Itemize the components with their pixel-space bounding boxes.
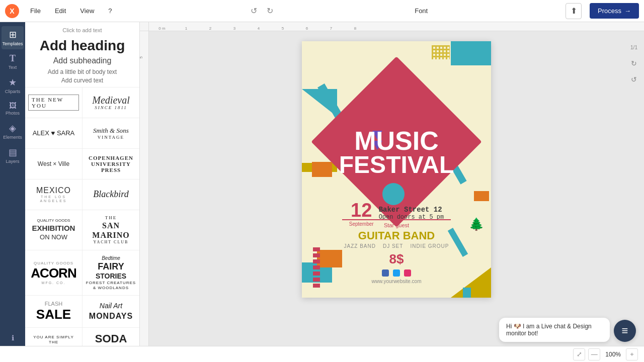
font-preview-copenhagen: COPENHAGEN UNIVERSITY PRESS bbox=[86, 155, 136, 173]
font-style-medieval[interactable]: Medieval SINCE 1811 bbox=[83, 87, 139, 118]
font-style-soda[interactable]: SODA -POP specials bbox=[83, 328, 139, 346]
font-style-copenhagen[interactable]: COPENHAGEN UNIVERSITY PRESS bbox=[83, 149, 139, 179]
templates-icon: ⊞ bbox=[9, 29, 17, 40]
font-style-acorn[interactable]: QUALITY GOODS ACORN MFG. CO. bbox=[25, 250, 82, 296]
menu-file[interactable]: File bbox=[27, 5, 44, 17]
font-style-flash[interactable]: FLASH SALE bbox=[25, 296, 82, 327]
font-styles-grid: THE NEW YOU Medieval SINCE 1811 ALEX ♥ S… bbox=[25, 87, 139, 346]
zoom-out-button[interactable]: — bbox=[588, 348, 600, 360]
add-heading[interactable]: Add heading bbox=[32, 37, 132, 54]
share-button[interactable]: ⬆ bbox=[566, 3, 582, 19]
font-style-smith[interactable]: Smith & Sons VINTAGE bbox=[83, 118, 139, 148]
font-preview-nail: Nail Art MONDAYS bbox=[89, 301, 133, 322]
sidebar-label-layers: Layers bbox=[6, 159, 19, 164]
left-panel: Click to add text Add heading Add subhea… bbox=[25, 22, 140, 346]
poster-title-music: MUSIC bbox=[354, 128, 439, 154]
click-to-add-text[interactable]: Click to add text bbox=[32, 27, 132, 33]
font-preview-fairy: Bedtime FAIRY STORIES FOREST CREATURES &… bbox=[86, 255, 136, 291]
font-style-fairy[interactable]: Bedtime FAIRY STORIES FOREST CREATURES &… bbox=[83, 250, 139, 296]
fit-button[interactable]: ⤢ bbox=[573, 348, 585, 360]
sidebar: ⊞ Templates T Text ★ Cliparts 🖼 Photos ◈… bbox=[0, 22, 25, 346]
undo-button[interactable]: ↺ bbox=[247, 4, 261, 18]
instagram-icon bbox=[404, 269, 411, 277]
font-style-new-you[interactable]: THE NEW YOU bbox=[25, 87, 82, 118]
ruler-vertical: 5 bbox=[140, 31, 149, 346]
facebook-icon bbox=[382, 269, 389, 277]
font-preview-best: YOU ARE SIMPLY THE BEST bbox=[28, 335, 79, 346]
main-area: ⊞ Templates T Text ★ Cliparts 🖼 Photos ◈… bbox=[0, 22, 644, 346]
font-style-best[interactable]: YOU ARE SIMPLY THE BEST bbox=[25, 328, 82, 346]
poster-address: Baker Street 12 bbox=[379, 206, 444, 214]
ruler-horizontal: 0 m 1 2 3 4 5 6 7 8 bbox=[140, 22, 644, 31]
panel-top: Click to add text Add heading Add subhea… bbox=[25, 22, 139, 87]
poster-price: 8$ bbox=[389, 251, 404, 267]
poster-title-festival: FESTIVAL bbox=[339, 153, 454, 177]
font-style-blackbird[interactable]: Blackbird bbox=[83, 179, 139, 210]
photos-icon: 🖼 bbox=[9, 101, 17, 110]
info-icon: ℹ bbox=[12, 334, 14, 342]
sidebar-item-layers[interactable]: ▤ Layers bbox=[2, 144, 24, 167]
font-style-mexico[interactable]: MEXICO THE LOS ANGELES bbox=[25, 179, 82, 210]
add-subheading[interactable]: Add subheading bbox=[32, 56, 132, 65]
font-style-san-marino[interactable]: THE SAN MARINO YACHT CLUB bbox=[83, 210, 139, 250]
chat-message: Hi 🐶 I am a Live chat & Design monitor b… bbox=[499, 318, 610, 342]
canvas-area: 0 m 1 2 3 4 5 6 7 8 5 bbox=[140, 22, 644, 346]
menu-view[interactable]: View bbox=[77, 5, 97, 17]
logo-button[interactable]: X bbox=[5, 4, 19, 18]
top-bar: X File Edit View ? ↺ ↻ Font ⬆ Process → bbox=[0, 0, 644, 22]
poster-divider bbox=[342, 219, 451, 220]
font-preview-soda: SODA -POP specials bbox=[95, 333, 127, 346]
font-style-nail[interactable]: Nail Art MONDAYS bbox=[83, 296, 139, 327]
poster[interactable]: 🌲 MUSIC FESTIVAL 12 September bbox=[302, 41, 491, 298]
text-icon: T bbox=[10, 53, 16, 64]
poster-date-month: September bbox=[349, 221, 374, 227]
twitter-icon bbox=[393, 269, 400, 277]
menu-edit[interactable]: Edit bbox=[52, 5, 69, 17]
font-style-alex-sara[interactable]: ALEX ♥ SARA bbox=[25, 118, 82, 148]
sidebar-item-text[interactable]: T Text bbox=[2, 50, 24, 73]
process-button[interactable]: Process → bbox=[590, 3, 639, 19]
sidebar-item-info[interactable]: ℹ bbox=[2, 331, 24, 346]
poster-website: www.yourwebsite.com bbox=[372, 279, 422, 284]
poster-band-indie: INDIE GROUP bbox=[410, 243, 449, 249]
font-preview-mexico: MEXICO THE LOS ANGELES bbox=[28, 186, 79, 203]
bottom-bar: ⤢ — 100% + bbox=[0, 346, 644, 362]
poster-band-name: GUITAR BAND bbox=[358, 229, 435, 242]
font-preview-exhibition: QUALITY GOODS EXHIBITION ON NOW bbox=[32, 218, 75, 242]
chat-widget: Hi 🐶 I am a Live chat & Design monitor b… bbox=[499, 318, 636, 342]
cliparts-icon: ★ bbox=[9, 77, 17, 88]
poster-band-dj: DJ SET bbox=[383, 243, 403, 249]
sidebar-item-cliparts[interactable]: ★ Cliparts bbox=[2, 74, 24, 97]
bottom-right: ⤢ — 100% + bbox=[573, 348, 638, 360]
poster-bands-row: JAZZ BAND DJ SET INDIE GROUP bbox=[344, 243, 449, 249]
sidebar-item-elements[interactable]: ◈ Elements bbox=[2, 120, 24, 143]
font-style-exhibition[interactable]: QUALITY GOODS EXHIBITION ON NOW bbox=[25, 210, 82, 250]
zoom-in-button[interactable]: + bbox=[626, 348, 638, 360]
sidebar-item-photos[interactable]: 🖼 Photos bbox=[2, 98, 24, 119]
poster-date-number: 12 bbox=[349, 200, 374, 221]
font-preview-blackbird: Blackbird bbox=[93, 189, 128, 200]
zoom-level: 100% bbox=[603, 351, 623, 358]
add-curved-text[interactable]: Add curved text bbox=[32, 77, 132, 84]
canvas-scroll[interactable]: 🌲 MUSIC FESTIVAL 12 September bbox=[149, 31, 644, 346]
font-preview-acorn: QUALITY GOODS ACORN MFG. CO. bbox=[31, 261, 76, 285]
font-preview-flash: FLASH SALE bbox=[36, 301, 71, 322]
poster-social-icons bbox=[382, 269, 411, 277]
redo-button[interactable]: ↻ bbox=[263, 4, 277, 18]
rotate-button[interactable]: ↺ bbox=[628, 73, 640, 85]
sidebar-item-templates[interactable]: ⊞ Templates bbox=[2, 26, 24, 49]
menu-help[interactable]: ? bbox=[105, 5, 115, 17]
chat-icon: ≡ bbox=[622, 324, 628, 337]
canvas-wrapper: 🌲 MUSIC FESTIVAL 12 September bbox=[149, 31, 644, 346]
font-preview-alex-sara: ALEX ♥ SARA bbox=[33, 129, 75, 137]
chat-button[interactable]: ≡ bbox=[614, 320, 636, 342]
add-body-text[interactable]: Add a little bit of body text bbox=[32, 67, 132, 77]
elements-icon: ◈ bbox=[9, 123, 16, 134]
sidebar-label-templates: Templates bbox=[2, 41, 23, 46]
sidebar-label-cliparts: Cliparts bbox=[5, 89, 21, 94]
poster-star-guest-label: Star guest bbox=[384, 222, 409, 228]
font-preview-new-you: THE NEW YOU bbox=[28, 95, 79, 111]
sidebar-label-photos: Photos bbox=[6, 111, 20, 116]
refresh-button[interactable]: ↻ bbox=[628, 57, 640, 69]
font-style-west-ville[interactable]: West × Ville bbox=[25, 149, 82, 179]
